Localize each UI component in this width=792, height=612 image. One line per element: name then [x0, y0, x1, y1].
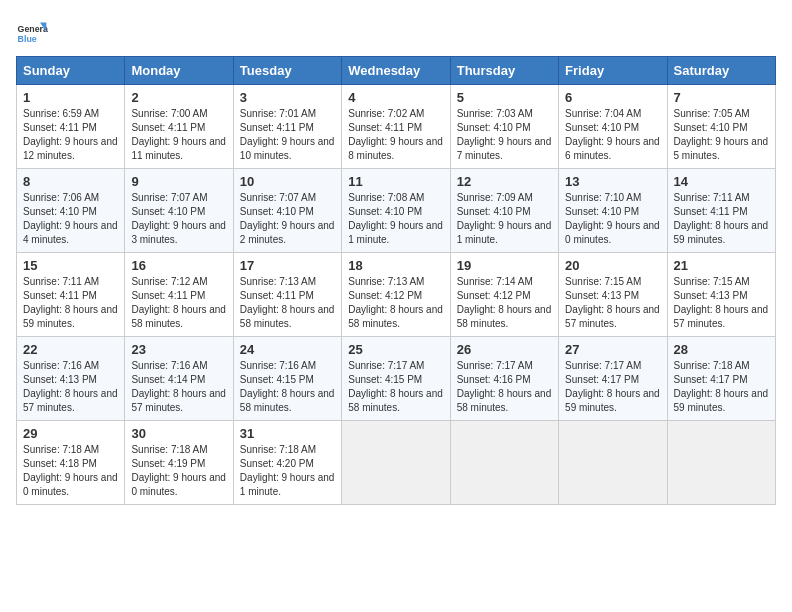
day-cell: 15 Sunrise: 7:11 AMSunset: 4:11 PMDaylig… [17, 253, 125, 337]
day-cell: 5 Sunrise: 7:03 AMSunset: 4:10 PMDayligh… [450, 85, 558, 169]
day-cell: 11 Sunrise: 7:08 AMSunset: 4:10 PMDaylig… [342, 169, 450, 253]
day-info: Sunrise: 7:09 AMSunset: 4:10 PMDaylight:… [457, 192, 552, 245]
day-info: Sunrise: 7:11 AMSunset: 4:11 PMDaylight:… [674, 192, 769, 245]
day-number: 13 [565, 174, 660, 189]
page-header: General Blue [16, 16, 776, 48]
day-info: Sunrise: 7:08 AMSunset: 4:10 PMDaylight:… [348, 192, 443, 245]
day-number: 24 [240, 342, 335, 357]
day-number: 20 [565, 258, 660, 273]
day-number: 3 [240, 90, 335, 105]
day-cell: 30 Sunrise: 7:18 AMSunset: 4:19 PMDaylig… [125, 421, 233, 505]
day-number: 29 [23, 426, 118, 441]
header-wednesday: Wednesday [342, 57, 450, 85]
week-row-4: 22 Sunrise: 7:16 AMSunset: 4:13 PMDaylig… [17, 337, 776, 421]
day-cell [450, 421, 558, 505]
day-cell: 25 Sunrise: 7:17 AMSunset: 4:15 PMDaylig… [342, 337, 450, 421]
header-sunday: Sunday [17, 57, 125, 85]
header-row: SundayMondayTuesdayWednesdayThursdayFrid… [17, 57, 776, 85]
day-cell: 19 Sunrise: 7:14 AMSunset: 4:12 PMDaylig… [450, 253, 558, 337]
logo-icon: General Blue [16, 16, 48, 48]
day-info: Sunrise: 7:15 AMSunset: 4:13 PMDaylight:… [565, 276, 660, 329]
day-cell: 8 Sunrise: 7:06 AMSunset: 4:10 PMDayligh… [17, 169, 125, 253]
day-info: Sunrise: 7:04 AMSunset: 4:10 PMDaylight:… [565, 108, 660, 161]
logo: General Blue [16, 16, 48, 48]
day-number: 6 [565, 90, 660, 105]
week-row-2: 8 Sunrise: 7:06 AMSunset: 4:10 PMDayligh… [17, 169, 776, 253]
header-friday: Friday [559, 57, 667, 85]
day-info: Sunrise: 7:13 AMSunset: 4:12 PMDaylight:… [348, 276, 443, 329]
day-cell: 29 Sunrise: 7:18 AMSunset: 4:18 PMDaylig… [17, 421, 125, 505]
calendar-table: SundayMondayTuesdayWednesdayThursdayFrid… [16, 56, 776, 505]
day-info: Sunrise: 7:13 AMSunset: 4:11 PMDaylight:… [240, 276, 335, 329]
day-cell: 24 Sunrise: 7:16 AMSunset: 4:15 PMDaylig… [233, 337, 341, 421]
day-info: Sunrise: 7:10 AMSunset: 4:10 PMDaylight:… [565, 192, 660, 245]
day-info: Sunrise: 7:05 AMSunset: 4:10 PMDaylight:… [674, 108, 769, 161]
day-info: Sunrise: 7:17 AMSunset: 4:16 PMDaylight:… [457, 360, 552, 413]
day-number: 28 [674, 342, 769, 357]
day-cell: 4 Sunrise: 7:02 AMSunset: 4:11 PMDayligh… [342, 85, 450, 169]
day-cell: 14 Sunrise: 7:11 AMSunset: 4:11 PMDaylig… [667, 169, 775, 253]
header-thursday: Thursday [450, 57, 558, 85]
day-number: 26 [457, 342, 552, 357]
day-info: Sunrise: 7:07 AMSunset: 4:10 PMDaylight:… [131, 192, 226, 245]
day-cell: 7 Sunrise: 7:05 AMSunset: 4:10 PMDayligh… [667, 85, 775, 169]
day-cell: 2 Sunrise: 7:00 AMSunset: 4:11 PMDayligh… [125, 85, 233, 169]
day-info: Sunrise: 7:03 AMSunset: 4:10 PMDaylight:… [457, 108, 552, 161]
day-number: 22 [23, 342, 118, 357]
day-number: 21 [674, 258, 769, 273]
day-cell [342, 421, 450, 505]
day-number: 1 [23, 90, 118, 105]
day-info: Sunrise: 7:18 AMSunset: 4:18 PMDaylight:… [23, 444, 118, 497]
day-info: Sunrise: 7:02 AMSunset: 4:11 PMDaylight:… [348, 108, 443, 161]
header-tuesday: Tuesday [233, 57, 341, 85]
day-number: 17 [240, 258, 335, 273]
day-number: 31 [240, 426, 335, 441]
day-info: Sunrise: 7:16 AMSunset: 4:14 PMDaylight:… [131, 360, 226, 413]
header-saturday: Saturday [667, 57, 775, 85]
day-number: 2 [131, 90, 226, 105]
day-info: Sunrise: 7:12 AMSunset: 4:11 PMDaylight:… [131, 276, 226, 329]
svg-text:Blue: Blue [18, 34, 37, 44]
day-cell: 17 Sunrise: 7:13 AMSunset: 4:11 PMDaylig… [233, 253, 341, 337]
day-number: 10 [240, 174, 335, 189]
header-monday: Monday [125, 57, 233, 85]
day-cell: 18 Sunrise: 7:13 AMSunset: 4:12 PMDaylig… [342, 253, 450, 337]
day-info: Sunrise: 7:11 AMSunset: 4:11 PMDaylight:… [23, 276, 118, 329]
day-number: 4 [348, 90, 443, 105]
day-number: 19 [457, 258, 552, 273]
day-cell: 23 Sunrise: 7:16 AMSunset: 4:14 PMDaylig… [125, 337, 233, 421]
day-info: Sunrise: 7:17 AMSunset: 4:17 PMDaylight:… [565, 360, 660, 413]
day-number: 11 [348, 174, 443, 189]
day-number: 30 [131, 426, 226, 441]
week-row-1: 1 Sunrise: 6:59 AMSunset: 4:11 PMDayligh… [17, 85, 776, 169]
day-number: 9 [131, 174, 226, 189]
day-info: Sunrise: 7:06 AMSunset: 4:10 PMDaylight:… [23, 192, 118, 245]
day-info: Sunrise: 7:18 AMSunset: 4:20 PMDaylight:… [240, 444, 335, 497]
day-info: Sunrise: 7:16 AMSunset: 4:15 PMDaylight:… [240, 360, 335, 413]
day-cell: 26 Sunrise: 7:17 AMSunset: 4:16 PMDaylig… [450, 337, 558, 421]
day-cell: 28 Sunrise: 7:18 AMSunset: 4:17 PMDaylig… [667, 337, 775, 421]
day-cell: 27 Sunrise: 7:17 AMSunset: 4:17 PMDaylig… [559, 337, 667, 421]
day-cell: 9 Sunrise: 7:07 AMSunset: 4:10 PMDayligh… [125, 169, 233, 253]
day-number: 25 [348, 342, 443, 357]
day-info: Sunrise: 7:15 AMSunset: 4:13 PMDaylight:… [674, 276, 769, 329]
day-info: Sunrise: 7:16 AMSunset: 4:13 PMDaylight:… [23, 360, 118, 413]
day-cell: 13 Sunrise: 7:10 AMSunset: 4:10 PMDaylig… [559, 169, 667, 253]
day-info: Sunrise: 7:17 AMSunset: 4:15 PMDaylight:… [348, 360, 443, 413]
day-cell: 20 Sunrise: 7:15 AMSunset: 4:13 PMDaylig… [559, 253, 667, 337]
day-cell: 3 Sunrise: 7:01 AMSunset: 4:11 PMDayligh… [233, 85, 341, 169]
day-number: 12 [457, 174, 552, 189]
day-cell: 10 Sunrise: 7:07 AMSunset: 4:10 PMDaylig… [233, 169, 341, 253]
day-cell [667, 421, 775, 505]
week-row-5: 29 Sunrise: 7:18 AMSunset: 4:18 PMDaylig… [17, 421, 776, 505]
day-info: Sunrise: 6:59 AMSunset: 4:11 PMDaylight:… [23, 108, 118, 161]
day-cell: 21 Sunrise: 7:15 AMSunset: 4:13 PMDaylig… [667, 253, 775, 337]
day-number: 18 [348, 258, 443, 273]
day-number: 27 [565, 342, 660, 357]
week-row-3: 15 Sunrise: 7:11 AMSunset: 4:11 PMDaylig… [17, 253, 776, 337]
day-number: 15 [23, 258, 118, 273]
day-cell: 31 Sunrise: 7:18 AMSunset: 4:20 PMDaylig… [233, 421, 341, 505]
day-cell: 6 Sunrise: 7:04 AMSunset: 4:10 PMDayligh… [559, 85, 667, 169]
day-info: Sunrise: 7:18 AMSunset: 4:17 PMDaylight:… [674, 360, 769, 413]
day-cell: 12 Sunrise: 7:09 AMSunset: 4:10 PMDaylig… [450, 169, 558, 253]
